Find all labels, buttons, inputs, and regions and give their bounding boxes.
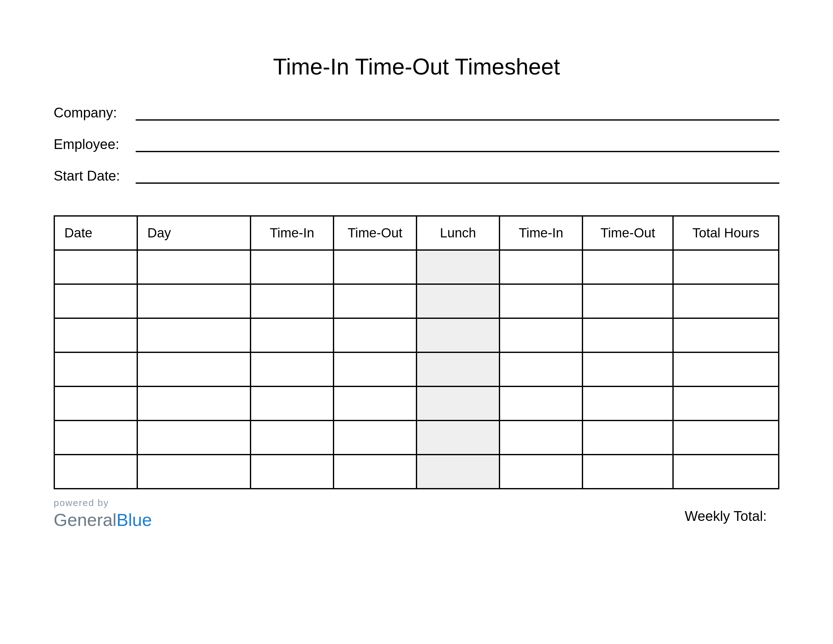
cell-time-in-1[interactable] xyxy=(251,352,333,386)
header-date: Date xyxy=(54,216,137,250)
cell-time-in-2[interactable] xyxy=(500,420,582,455)
page-title: Time-In Time-Out Timesheet xyxy=(54,54,779,80)
cell-lunch[interactable] xyxy=(416,318,500,352)
cell-time-out-1[interactable] xyxy=(333,352,416,386)
cell-total-hours[interactable] xyxy=(673,250,779,284)
cell-day[interactable] xyxy=(137,318,251,352)
cell-total-hours[interactable] xyxy=(673,284,779,318)
cell-date[interactable] xyxy=(54,250,137,284)
cell-total-hours[interactable] xyxy=(673,352,779,386)
cell-time-out-1[interactable] xyxy=(333,318,416,352)
brand-name: GeneralBlue xyxy=(54,510,152,530)
cell-time-out-1[interactable] xyxy=(333,386,416,420)
cell-lunch[interactable] xyxy=(416,420,500,455)
cell-time-out-1[interactable] xyxy=(333,420,416,455)
weekly-total: Weekly Total: xyxy=(685,508,779,524)
brand-blue: Blue xyxy=(116,510,152,530)
cell-lunch[interactable] xyxy=(416,455,500,489)
cell-time-out-1[interactable] xyxy=(333,455,416,489)
cell-time-out-2[interactable] xyxy=(582,455,673,489)
cell-date[interactable] xyxy=(54,420,137,455)
table-row xyxy=(54,318,779,352)
cell-time-in-2[interactable] xyxy=(500,318,582,352)
table-row xyxy=(54,386,779,420)
cell-time-out-2[interactable] xyxy=(582,318,673,352)
employee-row: Employee: xyxy=(54,136,779,152)
company-row: Company: xyxy=(54,105,779,121)
cell-date[interactable] xyxy=(54,284,137,318)
start-date-row: Start Date: xyxy=(54,168,779,184)
cell-time-out-2[interactable] xyxy=(582,352,673,386)
header-day: Day xyxy=(137,216,251,250)
cell-time-out-2[interactable] xyxy=(582,250,673,284)
header-time-out-2: Time-Out xyxy=(582,216,673,250)
header-time-in-2: Time-In xyxy=(500,216,582,250)
cell-time-out-2[interactable] xyxy=(582,420,673,455)
timesheet-table: Date Day Time-In Time-Out Lunch Time-In … xyxy=(54,215,779,489)
cell-time-in-1[interactable] xyxy=(251,386,333,420)
cell-lunch[interactable] xyxy=(416,386,500,420)
table-row xyxy=(54,284,779,318)
table-body xyxy=(54,250,779,489)
cell-time-in-1[interactable] xyxy=(251,455,333,489)
table-row xyxy=(54,250,779,284)
start-date-input-line[interactable] xyxy=(136,170,779,184)
timesheet-page: Time-In Time-Out Timesheet Company: Empl… xyxy=(0,0,833,644)
table-row xyxy=(54,420,779,455)
cell-time-in-1[interactable] xyxy=(251,284,333,318)
employee-label: Employee: xyxy=(54,136,126,152)
table-header-row: Date Day Time-In Time-Out Lunch Time-In … xyxy=(54,216,779,250)
cell-lunch[interactable] xyxy=(416,284,500,318)
cell-total-hours[interactable] xyxy=(673,318,779,352)
cell-lunch[interactable] xyxy=(416,352,500,386)
cell-day[interactable] xyxy=(137,250,251,284)
table-row xyxy=(54,352,779,386)
cell-total-hours[interactable] xyxy=(673,386,779,420)
cell-time-out-2[interactable] xyxy=(582,284,673,318)
cell-time-out-1[interactable] xyxy=(333,250,416,284)
cell-day[interactable] xyxy=(137,284,251,318)
cell-day[interactable] xyxy=(137,420,251,455)
cell-date[interactable] xyxy=(54,386,137,420)
cell-time-in-1[interactable] xyxy=(251,420,333,455)
cell-time-in-2[interactable] xyxy=(500,250,582,284)
weekly-total-label: Weekly Total: xyxy=(685,508,767,524)
cell-time-out-2[interactable] xyxy=(582,386,673,420)
cell-time-in-2[interactable] xyxy=(500,386,582,420)
cell-date[interactable] xyxy=(54,455,137,489)
employee-input-line[interactable] xyxy=(136,138,779,152)
cell-lunch[interactable] xyxy=(416,250,500,284)
footer-row: powered by GeneralBlue Weekly Total: xyxy=(54,497,779,530)
header-time-out-1: Time-Out xyxy=(333,216,416,250)
table-row xyxy=(54,455,779,489)
header-total-hours: Total Hours xyxy=(673,216,779,250)
cell-time-in-2[interactable] xyxy=(500,284,582,318)
brand-general: General xyxy=(54,510,116,530)
cell-date[interactable] xyxy=(54,352,137,386)
cell-time-in-1[interactable] xyxy=(251,250,333,284)
cell-time-out-1[interactable] xyxy=(333,284,416,318)
header-lunch: Lunch xyxy=(416,216,500,250)
header-time-in-1: Time-In xyxy=(251,216,333,250)
powered-by-label: powered by xyxy=(54,497,152,508)
cell-date[interactable] xyxy=(54,318,137,352)
cell-day[interactable] xyxy=(137,455,251,489)
cell-total-hours[interactable] xyxy=(673,420,779,455)
cell-time-in-2[interactable] xyxy=(500,455,582,489)
start-date-label: Start Date: xyxy=(54,168,126,184)
cell-day[interactable] xyxy=(137,352,251,386)
cell-time-in-2[interactable] xyxy=(500,352,582,386)
cell-time-in-1[interactable] xyxy=(251,318,333,352)
info-section: Company: Employee: Start Date: xyxy=(54,105,779,184)
branding: powered by GeneralBlue xyxy=(54,497,152,530)
company-input-line[interactable] xyxy=(136,107,779,121)
company-label: Company: xyxy=(54,105,126,121)
cell-day[interactable] xyxy=(137,386,251,420)
cell-total-hours[interactable] xyxy=(673,455,779,489)
